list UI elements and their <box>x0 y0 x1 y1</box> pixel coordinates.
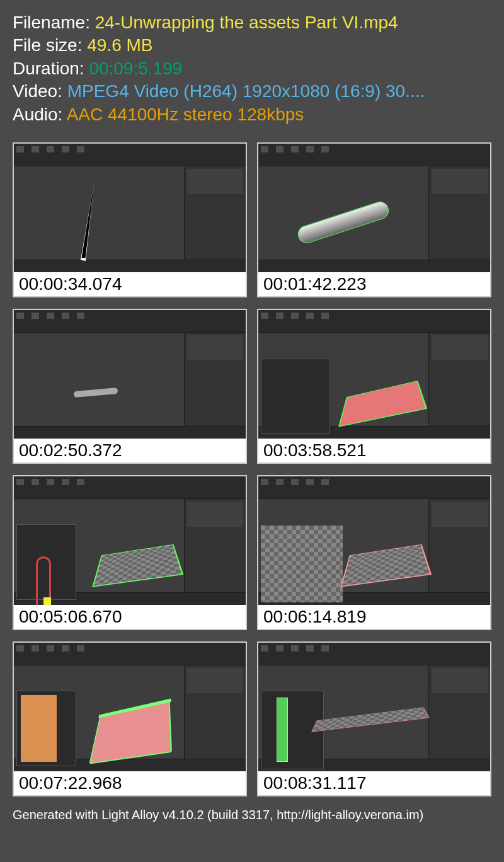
audio-row: Audio: AAC 44100Hz stereo 128kbps <box>13 103 491 126</box>
thumbnail: 00:07:22.968 <box>13 641 247 796</box>
thumbnail: 00:02:50.372 <box>13 309 247 464</box>
thumbnail: 00:01:42.223 <box>257 142 491 297</box>
thumbnail-image <box>258 643 490 771</box>
thumbnail: 00:03:58.521 <box>257 309 491 464</box>
thumbnail-image <box>14 144 246 272</box>
thumbnail-grid: 00:00:34.074 00:01:42.223 00:02:50.372 0… <box>0 132 504 803</box>
thumbnail: 00:00:34.074 <box>13 142 247 297</box>
thumbnail-image <box>258 476 490 605</box>
filename-row: Filename: 24-Unwrapping the assets Part … <box>13 11 491 34</box>
audio-label: Audio: <box>13 105 67 124</box>
filename-label: Filename: <box>13 13 95 32</box>
filename-value: 24-Unwrapping the assets Part VI.mp4 <box>95 13 398 32</box>
thumbnail-image <box>258 310 490 439</box>
video-label: Video: <box>13 81 67 101</box>
duration-value: 00:09:5.199 <box>89 59 182 78</box>
video-row: Video: MPEG4 Video (H264) 1920x1080 (16:… <box>13 80 491 103</box>
thumbnail-image <box>258 144 490 272</box>
thumbnail-image <box>14 476 246 605</box>
duration-row: Duration: 00:09:5.199 <box>13 57 491 80</box>
timestamp: 00:08:31.117 <box>258 771 490 795</box>
filesize-label: File size: <box>13 35 87 55</box>
thumbnail: 00:06:14.819 <box>257 475 491 630</box>
video-value: MPEG4 Video (H264) 1920x1080 (16:9) 30..… <box>67 81 425 101</box>
timestamp: 00:06:14.819 <box>258 605 490 629</box>
thumbnail-image <box>14 643 246 771</box>
timestamp: 00:00:34.074 <box>14 272 246 296</box>
duration-label: Duration: <box>13 59 89 78</box>
timestamp: 00:01:42.223 <box>258 272 490 296</box>
timestamp: 00:03:58.521 <box>258 439 490 463</box>
timestamp: 00:07:22.968 <box>14 771 246 795</box>
filesize-row: File size: 49.6 MB <box>13 34 491 57</box>
thumbnail-image <box>14 310 246 439</box>
timestamp: 00:02:50.372 <box>14 439 246 463</box>
filesize-value: 49.6 MB <box>87 35 152 55</box>
thumbnail: 00:08:31.117 <box>257 641 491 796</box>
audio-value: AAC 44100Hz stereo 128kbps <box>67 105 304 124</box>
timestamp: 00:05:06.670 <box>14 605 246 629</box>
file-info-header: Filename: 24-Unwrapping the assets Part … <box>0 0 504 132</box>
generator-footer: Generated with Light Alloy v4.10.2 (buil… <box>0 803 504 827</box>
thumbnail: 00:05:06.670 <box>13 475 247 630</box>
